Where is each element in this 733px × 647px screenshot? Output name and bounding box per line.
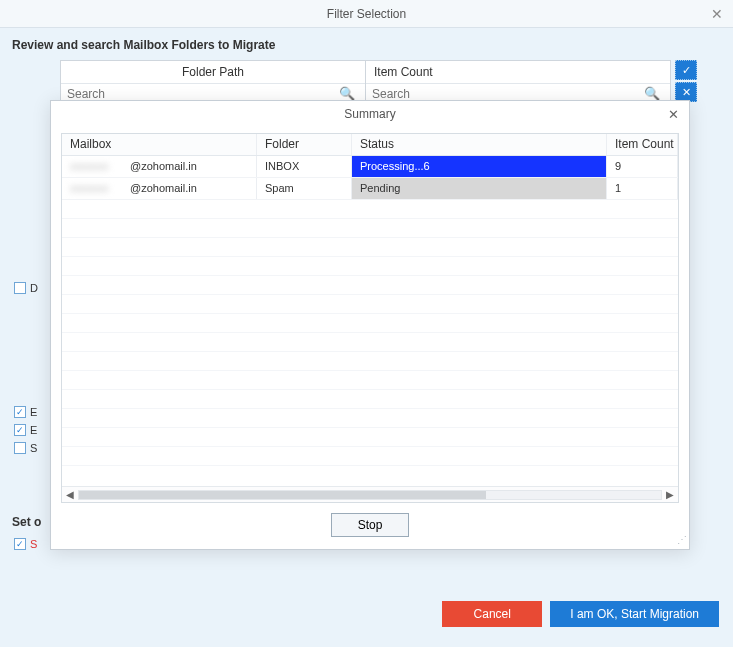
filter-grid: Folder Path 🔍 Item Count 🔍 ✓ ✕	[60, 60, 671, 104]
folder-path-column: Folder Path 🔍	[60, 60, 366, 104]
col-mailbox[interactable]: Mailbox	[62, 134, 257, 155]
checkbox-icon[interactable]	[14, 282, 26, 294]
table-row	[62, 371, 678, 390]
table-row	[62, 219, 678, 238]
search-icon[interactable]: 🔍	[640, 86, 664, 101]
table-row	[62, 352, 678, 371]
set-label: Set o	[12, 515, 41, 529]
cancel-button[interactable]: Cancel	[442, 601, 542, 627]
checkbox-icon[interactable]: ✓	[14, 406, 26, 418]
bg-checks-mid: ✓E ✓E S	[14, 406, 37, 460]
item-count-header: Item Count	[366, 61, 670, 84]
table-header-row: Mailbox Folder Status Item Count	[62, 134, 678, 156]
stop-button[interactable]: Stop	[331, 513, 410, 537]
table-row[interactable]: xxxxxxx@zohomail.inINBOXProcessing...69	[62, 156, 678, 178]
col-item-count[interactable]: Item Count	[607, 134, 678, 155]
bg-checks-upper: D	[14, 282, 38, 300]
selection-side-buttons: ✓ ✕	[675, 60, 697, 102]
cell-mailbox: xxxxxxx@zohomail.in	[62, 156, 257, 177]
cell-folder: INBOX	[257, 156, 352, 177]
col-status[interactable]: Status	[352, 134, 607, 155]
check-label: S	[30, 538, 37, 550]
table-row	[62, 314, 678, 333]
checkbox-icon[interactable]	[14, 442, 26, 454]
check-label: S	[30, 442, 37, 454]
resize-grip-icon[interactable]: ⋰	[677, 534, 685, 545]
cell-mailbox: xxxxxxx@zohomail.in	[62, 178, 257, 199]
item-count-column: Item Count 🔍	[366, 60, 671, 104]
table-row	[62, 409, 678, 428]
table-row	[62, 295, 678, 314]
scroll-track[interactable]	[78, 490, 662, 500]
cell-item-count: 9	[607, 156, 678, 177]
table-row	[62, 390, 678, 409]
cell-item-count: 1	[607, 178, 678, 199]
cell-folder: Spam	[257, 178, 352, 199]
table-row	[62, 238, 678, 257]
search-icon[interactable]: 🔍	[335, 86, 359, 101]
close-icon[interactable]: ✕	[711, 6, 723, 22]
check-label: E	[30, 406, 37, 418]
item-count-search-input[interactable]	[372, 87, 640, 101]
cell-status: Pending	[352, 178, 607, 199]
window-title: Filter Selection	[327, 7, 406, 21]
summary-title: Summary	[344, 107, 395, 121]
col-folder[interactable]: Folder	[257, 134, 352, 155]
folder-path-header: Folder Path	[61, 61, 365, 84]
summary-table: Mailbox Folder Status Item Count xxxxxxx…	[61, 133, 679, 503]
select-all-button[interactable]: ✓	[675, 60, 697, 80]
table-row	[62, 428, 678, 447]
summary-titlebar: Summary ✕	[51, 101, 689, 127]
table-row[interactable]: xxxxxxx@zohomail.inSpamPending1	[62, 178, 678, 200]
scroll-left-icon[interactable]: ◀	[66, 489, 74, 500]
start-migration-button[interactable]: I am OK, Start Migration	[550, 601, 719, 627]
table-row	[62, 333, 678, 352]
bg-checks-lower: ✓S	[14, 538, 37, 556]
checkbox-icon[interactable]: ✓	[14, 538, 26, 550]
dialog-footer: Cancel I am OK, Start Migration	[442, 601, 719, 627]
summary-dialog: Summary ✕ Mailbox Folder Status Item Cou…	[50, 100, 690, 550]
folder-path-search-input[interactable]	[67, 87, 335, 101]
section-heading: Review and search Mailbox Folders to Mig…	[0, 28, 733, 60]
table-row	[62, 447, 678, 466]
checkbox-icon[interactable]: ✓	[14, 424, 26, 436]
cell-status: Processing...6	[352, 156, 607, 177]
table-row	[62, 257, 678, 276]
close-icon[interactable]: ✕	[668, 107, 679, 122]
table-row	[62, 200, 678, 219]
horizontal-scrollbar[interactable]: ◀ ▶	[62, 486, 678, 502]
check-label: E	[30, 424, 37, 436]
table-row	[62, 276, 678, 295]
titlebar: Filter Selection ✕	[0, 0, 733, 28]
scroll-right-icon[interactable]: ▶	[666, 489, 674, 500]
clear-all-button[interactable]: ✕	[675, 82, 697, 102]
scroll-thumb[interactable]	[79, 491, 486, 499]
table-body: xxxxxxx@zohomail.inINBOXProcessing...69x…	[62, 156, 678, 486]
summary-footer: Stop ⋰	[51, 503, 689, 549]
check-label: D	[30, 282, 38, 294]
